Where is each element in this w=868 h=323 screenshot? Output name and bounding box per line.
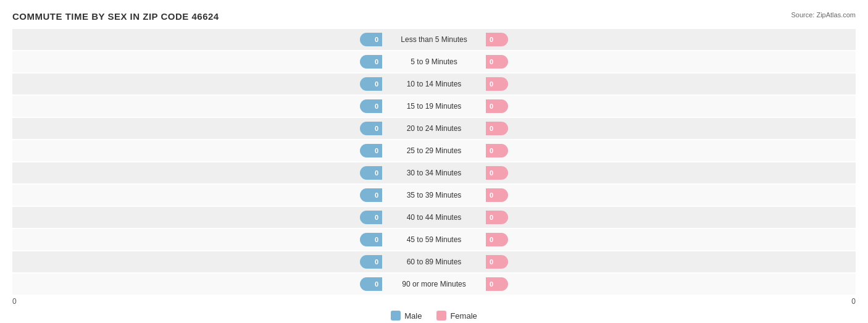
female-value: 0 (490, 125, 493, 132)
female-section: 0 (483, 166, 856, 180)
male-value: 0 (375, 191, 378, 199)
female-color-box (436, 311, 446, 321)
male-bar: 0 (360, 122, 382, 135)
row-label: 10 to 14 Minutes (385, 80, 483, 88)
female-section: 0 (483, 188, 856, 202)
female-bar: 0 (486, 122, 508, 135)
bar-row: 020 to 24 Minutes0 (12, 118, 856, 139)
row-label: 20 to 24 Minutes (385, 124, 483, 133)
male-bar: 0 (360, 55, 382, 69)
row-label: 45 to 59 Minutes (385, 235, 483, 244)
male-section: 0 (12, 55, 385, 69)
female-value: 0 (490, 147, 493, 154)
female-value: 0 (490, 58, 493, 65)
female-section: 0 (483, 33, 856, 46)
female-legend-label: Female (450, 311, 477, 321)
male-value: 0 (375, 280, 378, 288)
male-section: 0 (12, 255, 385, 269)
male-section: 0 (12, 233, 385, 246)
female-value: 0 (490, 36, 493, 43)
row-label: 40 to 44 Minutes (385, 213, 483, 222)
female-section: 0 (483, 55, 856, 69)
female-value: 0 (490, 169, 493, 177)
row-label: 5 to 9 Minutes (385, 57, 483, 66)
female-bar: 0 (486, 33, 508, 46)
male-bar: 0 (360, 188, 382, 202)
bar-row: 05 to 9 Minutes0 (12, 51, 856, 72)
female-section: 0 (483, 277, 856, 291)
male-value: 0 (375, 147, 378, 154)
female-section: 0 (483, 144, 856, 157)
female-value: 0 (490, 258, 493, 266)
axis-right: 0 (851, 297, 856, 306)
female-bar: 0 (486, 55, 508, 69)
male-value: 0 (375, 36, 378, 43)
male-bar: 0 (360, 144, 382, 157)
male-value: 0 (375, 169, 378, 177)
row-label: 60 to 89 Minutes (385, 258, 483, 266)
row-label: 30 to 34 Minutes (385, 169, 483, 177)
female-bar: 0 (486, 233, 508, 246)
male-bar: 0 (360, 166, 382, 180)
male-legend-label: Male (404, 311, 422, 321)
bar-row: 010 to 14 Minutes0 (12, 73, 856, 94)
male-value: 0 (375, 236, 378, 243)
female-bar: 0 (486, 277, 508, 291)
male-color-box (391, 311, 401, 321)
female-section: 0 (483, 99, 856, 113)
row-label: 90 or more Minutes (385, 280, 483, 288)
male-bar: 0 (360, 255, 382, 269)
chart-title: COMMUTE TIME BY SEX IN ZIP CODE 46624 (12, 11, 856, 22)
male-value: 0 (375, 80, 378, 88)
bar-row: 015 to 19 Minutes0 (12, 96, 856, 117)
male-section: 0 (12, 188, 385, 202)
female-value: 0 (490, 236, 493, 243)
female-value: 0 (490, 214, 493, 221)
male-section: 0 (12, 122, 385, 135)
legend-male: Male (391, 311, 422, 321)
male-bar: 0 (360, 77, 382, 91)
bar-row: 035 to 39 Minutes0 (12, 185, 856, 206)
male-bar: 0 (360, 99, 382, 113)
bar-row: 030 to 34 Minutes0 (12, 162, 856, 183)
female-value: 0 (490, 80, 493, 88)
chart-container: COMMUTE TIME BY SEX IN ZIP CODE 46624 So… (0, 0, 868, 323)
female-bar: 0 (486, 211, 508, 224)
female-value: 0 (490, 103, 493, 110)
row-label: 15 to 19 Minutes (385, 102, 483, 111)
male-section: 0 (12, 77, 385, 91)
female-section: 0 (483, 77, 856, 91)
male-value: 0 (375, 214, 378, 221)
female-bar: 0 (486, 166, 508, 180)
female-value: 0 (490, 191, 493, 199)
female-section: 0 (483, 122, 856, 135)
bar-row: 0Less than 5 Minutes0 (12, 29, 856, 50)
bar-row: 060 to 89 Minutes0 (12, 251, 856, 272)
male-value: 0 (375, 103, 378, 110)
male-bar: 0 (360, 211, 382, 224)
female-section: 0 (483, 233, 856, 246)
male-section: 0 (12, 99, 385, 113)
female-bar: 0 (486, 99, 508, 113)
male-bar: 0 (360, 233, 382, 246)
row-label: 25 to 29 Minutes (385, 146, 483, 155)
source-label: Source: ZipAtlas.com (791, 11, 856, 19)
male-value: 0 (375, 58, 378, 65)
bar-row: 090 or more Minutes0 (12, 274, 856, 295)
bar-row: 025 to 29 Minutes0 (12, 140, 856, 161)
male-section: 0 (12, 33, 385, 46)
female-bar: 0 (486, 77, 508, 91)
male-section: 0 (12, 277, 385, 291)
female-value: 0 (490, 280, 493, 288)
male-bar: 0 (360, 33, 382, 46)
legend-row: Male Female (12, 311, 856, 321)
male-bar: 0 (360, 277, 382, 291)
row-label: 35 to 39 Minutes (385, 191, 483, 199)
female-bar: 0 (486, 144, 508, 157)
bar-row: 045 to 59 Minutes0 (12, 229, 856, 250)
male-section: 0 (12, 166, 385, 180)
male-section: 0 (12, 211, 385, 224)
male-value: 0 (375, 258, 378, 266)
legend-female: Female (436, 311, 477, 321)
axis-left: 0 (12, 297, 17, 306)
